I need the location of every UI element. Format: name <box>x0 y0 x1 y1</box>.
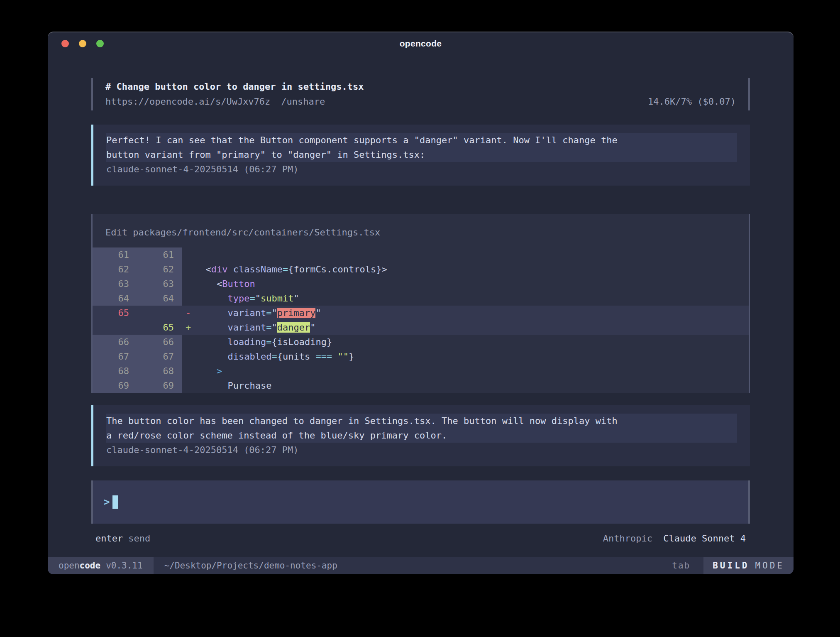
diff-row: 65+ variant="danger" <box>93 320 749 335</box>
prompt-symbol: > <box>104 496 110 508</box>
build-mode-chip[interactable]: BUILD MODE <box>702 557 794 574</box>
code-token: disabled <box>227 351 271 362</box>
diff-marker: + <box>182 320 195 335</box>
working-directory: ~/Desktop/Projects/demo-notes-app <box>164 561 337 571</box>
code-token: danger <box>277 322 310 333</box>
new-line-number: 65 <box>137 320 182 335</box>
old-line-number: 62 <box>93 262 137 277</box>
message-meta: claude-sonnet-4-20250514 (06:27 PM) <box>106 162 737 176</box>
code-token: primary <box>277 308 316 318</box>
code-token: {units <box>277 351 316 362</box>
diff-row: 65- variant="primary" <box>93 306 749 320</box>
code-line: disabled={units === ""} <box>195 349 749 364</box>
old-line-number: 68 <box>93 364 137 378</box>
assistant-message: The button color has been changed to dan… <box>91 405 750 466</box>
diff-marker <box>182 335 195 349</box>
tab-key-hint[interactable]: tab <box>672 561 690 571</box>
message-text: Perfect! I can see that the Button compo… <box>106 133 623 162</box>
unshare-command[interactable]: /unshare <box>281 94 325 109</box>
traffic-lights <box>61 32 104 56</box>
old-line-number: 64 <box>93 291 137 306</box>
app-name-light: open <box>59 561 80 571</box>
diff-view: 61616262 <div className={formCs.controls… <box>93 247 749 393</box>
message-body: The button color has been changed to dan… <box>106 414 737 443</box>
session-header: # Change button color to danger in setti… <box>91 78 750 110</box>
diff-marker <box>182 349 195 364</box>
mode-label-bold: BUILD <box>713 561 749 571</box>
code-line: > <box>195 364 749 378</box>
new-line-number: 62 <box>137 262 182 277</box>
old-line-number: 61 <box>93 247 137 262</box>
code-line: variant="danger" <box>195 320 749 335</box>
code-token <box>228 264 233 274</box>
zoom-button[interactable] <box>96 40 104 47</box>
code-token: = <box>266 308 271 318</box>
code-token <box>195 308 227 318</box>
code-token: Button <box>222 279 255 289</box>
model-indicator[interactable]: Anthropic Claude Sonnet 4 <box>603 531 746 546</box>
code-token: = <box>283 264 288 274</box>
new-line-number: 64 <box>137 291 182 306</box>
diff-row: 6666 loading={isLoading} <box>93 335 749 349</box>
assistant-message: Perfect! I can see that the Button compo… <box>91 125 750 186</box>
code-line <box>195 247 749 262</box>
hint-footer: enter send Anthropic Claude Sonnet 4 <box>91 531 750 546</box>
code-line: <Button <box>195 277 749 291</box>
new-line-number: 68 <box>137 364 182 378</box>
code-token: "" <box>337 351 349 362</box>
code-token: " <box>271 322 277 333</box>
edit-tool-block: Edit packages/frontend/src/containers/Se… <box>91 214 750 393</box>
diff-row: 6767 disabled={units === ""} <box>93 349 749 364</box>
diff-row: 6161 <box>93 247 749 262</box>
code-token: = <box>271 351 277 362</box>
new-line-number: 67 <box>137 349 182 364</box>
window-title: opencode <box>400 39 442 49</box>
minimize-button[interactable] <box>79 40 86 47</box>
app-version-chip: opencode v0.3.11 <box>48 557 154 574</box>
diff-row: 6363 <Button <box>93 277 749 291</box>
message-text: The button color has been changed to dan… <box>106 414 623 443</box>
code-token: variant <box>227 322 266 333</box>
main-content: # Change button color to danger in setti… <box>48 78 794 546</box>
code-token: " <box>293 293 299 304</box>
message-body: Perfect! I can see that the Button compo… <box>106 133 737 162</box>
code-token <box>195 351 227 362</box>
code-token: type <box>227 293 249 304</box>
code-token <box>195 293 227 304</box>
code-token: < <box>206 264 211 274</box>
code-line: Purchase <box>195 378 749 393</box>
code-token: Purchase <box>227 380 271 391</box>
old-line-number: 69 <box>93 378 137 393</box>
enter-key-hint: enter <box>95 531 123 546</box>
code-line: variant="primary" <box>195 306 749 320</box>
code-token: {formCs.controls}> <box>288 264 387 274</box>
chat-input[interactable]: > <box>91 480 750 524</box>
new-line-number: 66 <box>137 335 182 349</box>
old-line-number: 67 <box>93 349 137 364</box>
diff-marker <box>182 291 195 306</box>
code-line: <div className={formCs.controls}> <box>195 262 749 277</box>
close-button[interactable] <box>61 40 69 47</box>
code-line: loading={isLoading} <box>195 335 749 349</box>
code-token <box>195 264 206 274</box>
code-token: = <box>266 337 271 347</box>
code-token: " <box>271 308 277 318</box>
diff-marker <box>182 262 195 277</box>
edit-tool-header: Edit packages/frontend/src/containers/Se… <box>93 214 749 247</box>
session-title: # Change button color to danger in setti… <box>105 79 736 94</box>
old-line-number: 65 <box>93 306 137 320</box>
code-line: type="submit" <box>195 291 749 306</box>
code-token <box>195 366 217 376</box>
code-token: submit <box>261 293 293 304</box>
share-url[interactable]: https://opencode.ai/s/UwJxv76z <box>105 94 270 109</box>
diff-row: 6969 Purchase <box>93 378 749 393</box>
old-line-number: 66 <box>93 335 137 349</box>
send-action-hint: send <box>128 531 150 546</box>
app-window: opencode # Change button color to danger… <box>48 32 794 574</box>
code-token <box>195 322 227 333</box>
app-name-bold: code <box>80 561 101 571</box>
code-token: } <box>349 351 354 362</box>
diff-row: 6868 > <box>93 364 749 378</box>
code-token: loading <box>227 337 266 347</box>
code-token: " <box>310 322 315 333</box>
